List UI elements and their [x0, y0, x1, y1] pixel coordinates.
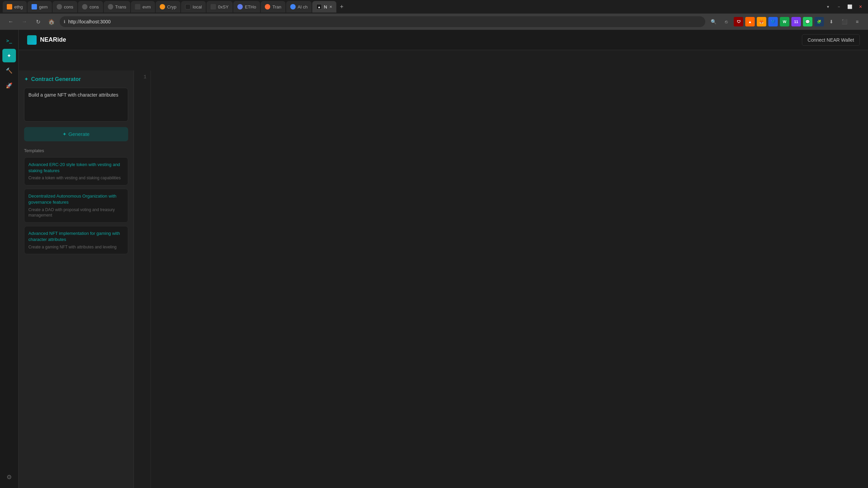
tab-favicon-aich — [290, 4, 296, 9]
tab-bar: ethg gem cons cons Trans evm Cryp local — [0, 0, 868, 14]
tab-cons2[interactable]: cons — [78, 1, 103, 13]
close-window-button[interactable]: ✕ — [856, 2, 865, 12]
download-button[interactable]: ⬇ — [826, 16, 837, 27]
search-button[interactable]: 🔍 — [708, 16, 719, 27]
tab-label-etho: ETHo — [245, 4, 256, 9]
template-card-0[interactable]: Advanced ERC-20 style token with vesting… — [24, 157, 128, 185]
tab-label-0xsy: 0xSY — [218, 4, 229, 9]
sidebar-item-terminal[interactable]: >_ — [2, 34, 16, 47]
tab-label-aich: AI ch — [298, 4, 308, 9]
tab-evm[interactable]: evm — [131, 1, 155, 13]
tab-ethg[interactable]: ethg — [3, 1, 27, 13]
main-content: NEARide Connect NEAR Wallet ✦ Contract G… — [19, 50, 868, 488]
tab-close-near[interactable]: ✕ — [329, 5, 332, 9]
new-tab-button[interactable]: + — [337, 2, 347, 12]
template-title-1: Decentralized Autonomous Organization wi… — [28, 193, 124, 205]
tab-favicon-trans — [108, 4, 113, 9]
minimize-button[interactable]: − — [834, 2, 844, 12]
sidebar-item-rocket[interactable]: 🚀 — [2, 79, 16, 92]
nav-bar: ← → ↻ 🏠 ℹ http://localhost:3000 🔍 ⎋ 🛡 ▲ … — [0, 14, 868, 30]
line-number-1: 1 — [134, 73, 146, 81]
ext-blue-btn[interactable]: 💙 — [768, 17, 778, 26]
tab-favicon-gem — [32, 4, 37, 9]
generate-button[interactable]: ✦ Generate — [24, 127, 128, 141]
tab-cryp[interactable]: Cryp — [156, 1, 180, 13]
ext-puzzle-btn[interactable]: 🧩 — [814, 17, 824, 26]
template-title-2: Advanced NFT implementation for gaming w… — [28, 230, 124, 243]
tab-favicon-evm — [135, 4, 140, 9]
sidebar-toggle[interactable]: ⬛ — [839, 16, 850, 27]
tab-label-cryp: Cryp — [167, 4, 176, 9]
editor-area: 1 — [134, 70, 868, 488]
tab-favicon-local — [185, 4, 191, 9]
templates-section: Templates Advanced ERC-20 style token wi… — [24, 148, 128, 254]
app-layout: >_ ✦ 🔨 🚀 ⚙ NEARide Connect NEAR Wallet ✦… — [0, 30, 868, 488]
app-name: NEARide — [40, 36, 66, 43]
prompt-textarea[interactable]: Build a game NFT with character attribut… — [24, 88, 128, 122]
ext-chat-btn[interactable]: 💬 — [803, 17, 812, 26]
contract-generator-title: Contract Generator — [31, 76, 81, 82]
tab-cons1[interactable]: cons — [53, 1, 77, 13]
tab-etho[interactable]: ETHo — [233, 1, 260, 13]
template-desc-1: Create a DAO with proposal voting and tr… — [28, 207, 124, 219]
tab-near[interactable]: ▲ N ✕ — [312, 1, 336, 13]
share-button[interactable]: ⎋ — [721, 16, 732, 27]
sidebar-item-settings[interactable]: ⚙ — [2, 470, 16, 484]
tab-trans[interactable]: Trans — [104, 1, 131, 13]
tab-tran2[interactable]: Tran — [261, 1, 285, 13]
connect-wallet-button[interactable]: Connect NEAR Wallet — [802, 34, 860, 46]
nav-actions: 🔍 ⎋ 🛡 ▲ 🦊 💙 W 11 💬 🧩 ⬇ ⬛ ≡ — [708, 16, 863, 27]
tab-gem[interactable]: gem — [27, 1, 52, 13]
contract-generator-icon: ✦ — [24, 76, 28, 82]
tab-label-local: local — [193, 4, 202, 9]
tab-favicon-ethg — [7, 4, 12, 9]
template-desc-0: Create a token with vesting and staking … — [28, 175, 124, 181]
tab-favicon-cryp — [160, 4, 165, 9]
tab-favicon-0xsy — [211, 4, 216, 9]
tab-controls: ▾ − ⬜ ✕ — [823, 2, 865, 12]
template-card-2[interactable]: Advanced NFT implementation for gaming w… — [24, 226, 128, 254]
browser-chrome: ethg gem cons cons Trans evm Cryp local — [0, 0, 868, 30]
app-logo-area: NEARide — [27, 35, 66, 45]
tab-label-cons2: cons — [90, 4, 99, 9]
maximize-button[interactable]: ⬜ — [845, 2, 854, 12]
tab-favicon-tran2 — [265, 4, 270, 9]
line-numbers: 1 — [134, 70, 151, 488]
menu-button[interactable]: ≡ — [852, 16, 863, 27]
tab-label-gem: gem — [39, 4, 47, 9]
tab-label-ethg: ethg — [14, 4, 23, 9]
security-icon: ℹ — [64, 19, 65, 24]
editor-content[interactable] — [151, 70, 868, 488]
home-button[interactable]: 🏠 — [46, 16, 57, 27]
tab-label-near: N — [324, 4, 327, 9]
app-logo — [27, 35, 37, 45]
left-panel: ✦ Contract Generator Build a game NFT wi… — [19, 70, 134, 488]
tab-list-button[interactable]: ▾ — [823, 2, 833, 12]
tab-favicon-etho — [237, 4, 243, 9]
ext-green-btn[interactable]: W — [780, 17, 789, 26]
tab-label-evm: evm — [142, 4, 151, 9]
tab-0xsy[interactable]: 0xSY — [206, 1, 233, 13]
tab-favicon-cons2 — [82, 4, 87, 9]
back-button[interactable]: ← — [5, 16, 16, 27]
reload-button[interactable]: ↻ — [33, 16, 43, 27]
icon-sidebar: >_ ✦ 🔨 🚀 ⚙ — [0, 30, 19, 488]
tab-label-tran2: Tran — [272, 4, 281, 9]
template-title-0: Advanced ERC-20 style token with vesting… — [28, 162, 124, 174]
brave-shield-btn[interactable]: 🛡 — [734, 17, 743, 26]
tab-favicon-cons1 — [57, 4, 62, 9]
metamask-btn[interactable]: 🦊 — [757, 17, 766, 26]
template-desc-2: Create a gaming NFT with attributes and … — [28, 244, 124, 250]
sidebar-item-magic[interactable]: ✦ — [2, 49, 16, 62]
address-bar[interactable]: ℹ http://localhost:3000 — [60, 16, 705, 27]
forward-button[interactable]: → — [19, 16, 30, 27]
tab-local[interactable]: local — [181, 1, 206, 13]
tab-label-trans: Trans — [115, 4, 126, 9]
tab-aich[interactable]: AI ch — [286, 1, 312, 13]
app-header: NEARide Connect NEAR Wallet — [19, 30, 868, 50]
ext-orange-btn[interactable]: ▲ — [745, 17, 755, 26]
sidebar-item-hammer[interactable]: 🔨 — [2, 64, 16, 77]
template-card-1[interactable]: Decentralized Autonomous Organization wi… — [24, 189, 128, 223]
tab-label-cons1: cons — [64, 4, 73, 9]
ext-purple-btn[interactable]: 11 — [791, 17, 801, 26]
